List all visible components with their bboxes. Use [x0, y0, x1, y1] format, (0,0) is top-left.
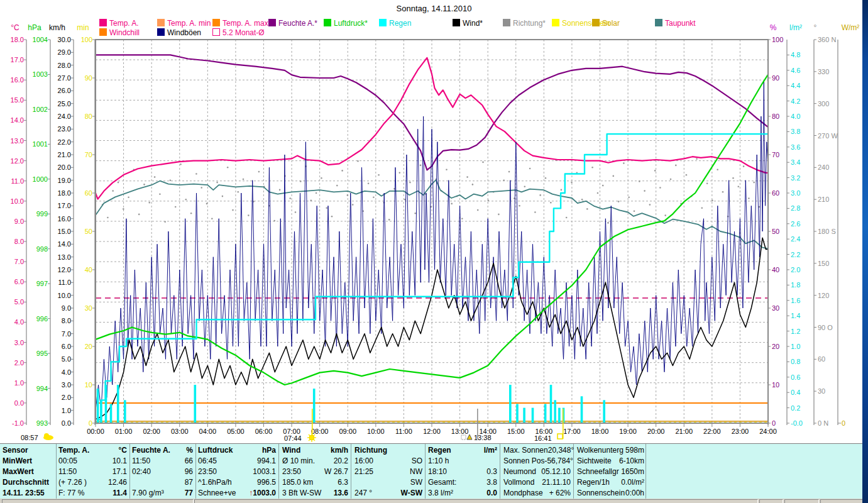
statistics-table: SensorMinWertMaxWertDurchschnitt14.11. 2… — [0, 443, 862, 499]
table-row: Sichtweite6-10km — [577, 456, 644, 467]
wind-direction-dot — [628, 197, 630, 199]
table-cell: 1003.1 — [253, 467, 276, 477]
wind-direction-dot — [508, 171, 510, 173]
wind-direction-dot — [216, 182, 218, 184]
humidity-axis-label: 10 — [772, 381, 779, 389]
temp-axis-label: 5.0 — [14, 298, 24, 306]
rain-axis-label: 0.6 — [791, 373, 800, 381]
wind-direction-dot — [519, 205, 520, 207]
wind-direction-dot — [352, 204, 354, 206]
wind-direction-dot — [274, 220, 276, 222]
rain-interval-bar — [124, 400, 126, 423]
wind-direction-dot — [743, 165, 745, 167]
rain-interval-bar — [550, 385, 552, 423]
pressure-axis-label: 1003 — [33, 70, 48, 78]
pressure-axis-label: 998 — [36, 245, 48, 253]
sun-ray — [309, 434, 310, 436]
wind-axis-label: 8.0 — [62, 317, 71, 324]
wind-direction-dot — [597, 192, 599, 194]
table-row: Schneefallgr1650m — [577, 467, 644, 477]
wind-axis-label: 17.0 — [58, 202, 71, 209]
status-bar-segment — [759, 499, 783, 503]
wind-direction-dot — [659, 187, 661, 189]
table-cell: + 62% — [549, 488, 571, 499]
wind-direction-dot — [623, 162, 625, 164]
table-cell: l/m² — [484, 445, 497, 456]
rain-interval-bar — [516, 404, 519, 423]
table-row: Mondphase+ 62% — [503, 488, 571, 499]
table-column: Wolkenunterg598mSichtweite6-10kmSchneefa… — [577, 444, 644, 499]
table-row: Vollmond21.11.10 — [503, 477, 571, 488]
wind-direction-dot — [112, 190, 114, 192]
pressure-axis-label: 1002 — [33, 106, 48, 113]
x-axis-hour-label: 09:00 — [339, 428, 356, 435]
wind-direction-dot — [613, 175, 615, 177]
wind-direction-dot — [561, 189, 563, 191]
moon-icon — [461, 435, 466, 439]
wind-axis-label: 0.0 — [62, 419, 71, 427]
rain-axis-label: 3.0 — [791, 189, 800, 197]
wind-axis-label: 7.0 — [62, 330, 71, 338]
table-row: 02:4096 — [132, 467, 193, 477]
wind-direction-dot — [190, 213, 192, 214]
rain-axis-label: 1.2 — [791, 328, 800, 335]
table-row: 247 °W-SW — [354, 488, 422, 499]
table-cell: 77 — [185, 488, 193, 499]
table-column-separator — [425, 444, 426, 499]
rain-interval-bar — [97, 389, 99, 423]
wind-direction-dot — [347, 194, 349, 196]
wind-direction-dot — [107, 217, 109, 219]
humidity-axis-label: 50 — [772, 228, 779, 235]
wind-direction-dot — [461, 218, 463, 219]
wind-axis-label: 16.0 — [58, 215, 71, 223]
wind-direction-dot — [206, 203, 208, 205]
table-cell: 0.0l/m² — [621, 477, 644, 488]
table-row: 18:100.3 — [428, 467, 497, 477]
wind-direction-dot — [279, 189, 281, 191]
wind-axis-label: 22.0 — [58, 138, 71, 146]
axis-unit-header: °C — [11, 23, 19, 32]
wind-direction-dot — [195, 173, 197, 175]
table-column-separator — [56, 444, 57, 499]
table-cell: 96 — [185, 467, 193, 477]
sun-ray — [314, 439, 315, 441]
temp-axis-label: 11.0 — [11, 177, 24, 185]
wind-axis-label: 19.0 — [58, 177, 71, 184]
table-cell: W-SW — [401, 488, 422, 499]
humidity-axis-label: 70 — [772, 151, 779, 158]
rain-axis-label: 1.0 — [791, 343, 800, 350]
table-row: 23:50W 26.7 — [282, 467, 348, 477]
rain-axis-label: 1.8 — [791, 281, 800, 289]
sunshine-axis-label: 10 — [85, 381, 92, 389]
rain-interval-bar — [544, 404, 547, 423]
wind-axis-label: 18.0 — [58, 189, 71, 197]
table-cell: hPa — [262, 445, 276, 456]
table-cell: Regen/1h — [577, 477, 610, 488]
rain-interval-bar — [581, 396, 583, 423]
table-row: F: 77 %11.4 — [58, 488, 127, 499]
wind-axis-label: 3.0 — [62, 381, 71, 389]
x-axis-hour-label: 02:00 — [143, 428, 160, 435]
wind-direction-dot — [154, 176, 156, 178]
table-cell: 21.11.10 — [542, 477, 571, 488]
wind-axis-label: 29.0 — [58, 48, 71, 56]
wind-axis-label: 20.0 — [58, 163, 71, 171]
rain-axis-label: 4.2 — [791, 97, 800, 105]
axis-unit-header: km/h — [49, 23, 65, 32]
table-row: Feuchte A.% — [132, 445, 193, 456]
wind-direction-dot — [123, 208, 124, 210]
wind-direction-dot — [634, 211, 635, 213]
status-bar — [0, 499, 868, 503]
x-axis-hour-label: 10:00 — [367, 428, 385, 435]
temp-axis-label: 14.0 — [11, 116, 24, 124]
sunshine-axis-label: 60 — [85, 189, 92, 197]
x-axis-hour-label: 00:00 — [87, 428, 104, 435]
table-row: 185.0 km6.3 — [282, 477, 348, 488]
wind-axis-label: 11.0 — [58, 279, 71, 286]
wind-axis-label: 2.0 — [62, 394, 71, 401]
table-cell: °C — [119, 445, 127, 456]
wind-direction-dot — [711, 200, 713, 202]
rain-axis-label: 2.4 — [791, 235, 800, 243]
table-row: 3.8 l/m²0.0 — [428, 488, 497, 499]
table-cell: km/h — [331, 445, 348, 456]
